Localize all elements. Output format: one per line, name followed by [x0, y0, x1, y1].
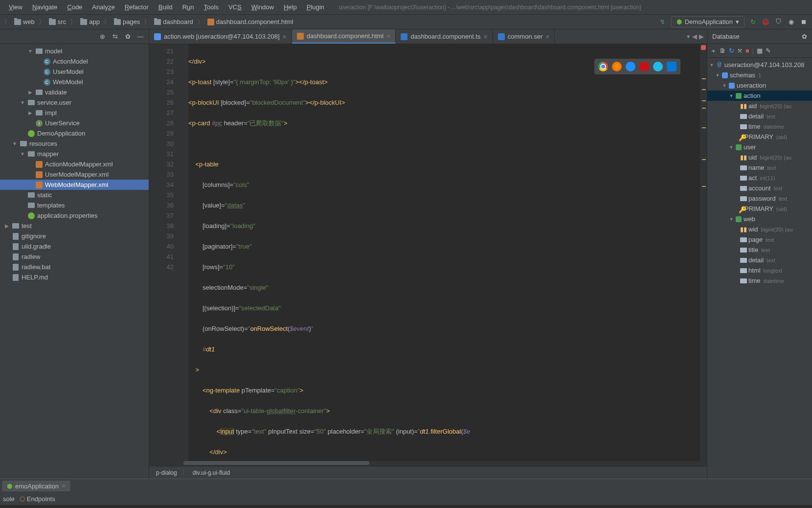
db-column-detail[interactable]: detailtext [707, 255, 812, 265]
close-icon[interactable]: × [386, 32, 390, 40]
db-column-PRIMARY[interactable]: 🔑PRIMARY(uid) [707, 204, 812, 214]
close-icon[interactable]: × [283, 33, 287, 41]
scroll-right-icon[interactable]: ▶ [699, 33, 704, 40]
tree-item-static[interactable]: static [0, 190, 149, 200]
tree-item-usermodelmapper-xml[interactable]: UserModelMapper.xml [0, 169, 149, 180]
warning-marker[interactable] [702, 108, 706, 109]
tree-item-gitignore[interactable]: gitignore [0, 231, 149, 241]
menu-vcs[interactable]: VCS [224, 1, 247, 13]
refresh-icon[interactable]: ↻ [729, 47, 734, 54]
db-table-action[interactable]: ▼action [707, 91, 812, 101]
menu-view[interactable]: View [4, 1, 27, 13]
edge-icon[interactable] [667, 62, 677, 71]
marker-bar[interactable] [700, 44, 707, 461]
console-tab[interactable]: sole [3, 495, 15, 503]
menu-tools[interactable]: Tools [199, 1, 224, 13]
db-table-user[interactable]: ▼user [707, 142, 812, 152]
stop-icon[interactable]: ⏹ [799, 18, 808, 26]
db-column-password[interactable]: passwordtext [707, 193, 812, 204]
tree-item-uild-gradle[interactable]: uild.gradle [0, 241, 149, 252]
tree-item-radlew[interactable]: radlew [0, 252, 149, 262]
collapse-icon[interactable]: ⇆ [111, 32, 119, 41]
settings-icon[interactable]: ✿ [123, 32, 132, 41]
breadcrumb-app[interactable]: app [78, 17, 102, 26]
tree-item-usermodel[interactable]: CUserModel [0, 67, 149, 77]
edit-icon[interactable]: ✎ [766, 47, 771, 54]
add-icon[interactable]: ＋ [710, 46, 717, 55]
db-column-account[interactable]: accounttext [707, 183, 812, 193]
db-column-PRIMARY[interactable]: 🔑PRIMARY(aid) [707, 132, 812, 142]
editor-tab[interactable]: common.ser× [493, 29, 555, 44]
breadcrumb-dashboard[interactable]: dashboard [152, 17, 195, 26]
hide-icon[interactable]: — [136, 32, 145, 41]
db-column-time[interactable]: timedatetime [707, 276, 812, 286]
sync-icon[interactable]: ⤲ [737, 47, 743, 54]
opera-icon[interactable] [639, 62, 649, 71]
table-icon[interactable]: ▦ [757, 47, 763, 54]
menu-plugin[interactable]: Plugin [302, 1, 329, 13]
editor-tab[interactable]: dashboard.component.html× [292, 29, 396, 44]
menu-window[interactable]: Window [247, 1, 279, 13]
db-column-uid[interactable]: ▮▮uidbigint(20) (au [707, 152, 812, 162]
db-schemas[interactable]: ▼schemas1 [707, 70, 812, 80]
dup-icon[interactable]: 🗎 [720, 47, 726, 54]
stop-icon[interactable]: ■ [745, 47, 749, 54]
warning-marker[interactable] [702, 159, 706, 160]
menu-refactor[interactable]: Refactor [120, 1, 154, 13]
project-tree[interactable]: ▼modelCActionModelCUserModelCWebModel▶va… [0, 44, 149, 479]
close-icon[interactable]: × [484, 33, 488, 41]
close-icon[interactable]: × [62, 482, 66, 490]
warning-marker[interactable] [702, 78, 706, 79]
db-schema[interactable]: ▼useraction [707, 80, 812, 91]
breadcrumb-file[interactable]: dashboard.component.html [205, 17, 295, 26]
tree-item-impl[interactable]: ▶impl [0, 108, 149, 118]
run-tab[interactable]: ⬢ emoApplication × [2, 481, 70, 491]
menu-help[interactable]: Help [279, 1, 302, 13]
breadcrumb-node[interactable]: div.ui-g.ui-fluid [193, 469, 230, 476]
menu-build[interactable]: Build [154, 1, 178, 13]
db-column-wid[interactable]: ▮▮widbigint(20) (au [707, 224, 812, 234]
console-output[interactable]: ORLD OF XPILAR hereIN NH 한국전쟁사 ceem SEA … [0, 506, 812, 508]
breadcrumb-pages[interactable]: pages [112, 17, 142, 26]
profile-icon[interactable]: ◉ [787, 18, 795, 26]
tree-item-validate[interactable]: ▶validate [0, 87, 149, 97]
editor-tab[interactable]: dashboard.component.ts× [396, 29, 493, 44]
tabs-dropdown-icon[interactable]: ▾ [687, 33, 690, 40]
tree-item-help-md[interactable]: HELP.md [0, 272, 149, 282]
scroll-left-icon[interactable]: ◀ [692, 33, 697, 40]
chrome-icon[interactable] [598, 62, 608, 71]
db-table-web[interactable]: ▼web [707, 214, 812, 224]
tree-item-resources[interactable]: ▼resources [0, 139, 149, 149]
breadcrumb-web[interactable]: web [12, 17, 37, 26]
coverage-icon[interactable]: ⛉ [774, 18, 783, 26]
endpoints-tab[interactable]: ⬡Endpoints [20, 495, 55, 503]
target-icon[interactable]: ⊕ [98, 32, 107, 41]
db-column-aid[interactable]: ▮▮aidbigint(20) (au [707, 101, 812, 111]
run-config-selector[interactable]: ⬢ DemoApplication ▾ [671, 16, 744, 27]
menu-analyze[interactable]: Analyze [87, 1, 119, 13]
db-column-name[interactable]: nametext [707, 162, 812, 173]
tree-item-userservice[interactable]: IUserService [0, 118, 149, 128]
close-icon[interactable]: × [545, 33, 549, 41]
firefox-icon[interactable] [612, 62, 622, 71]
debug-icon[interactable]: 🐞 [761, 18, 770, 26]
warning-marker[interactable] [702, 186, 706, 187]
tree-item-actionmodelmapper-xml[interactable]: ActionModelMapper.xml [0, 159, 149, 169]
warning-marker[interactable] [702, 89, 706, 90]
ie-icon[interactable] [653, 62, 663, 71]
build-icon[interactable]: ↯ [658, 18, 667, 26]
tree-item-actionmodel[interactable]: CActionModel [0, 56, 149, 67]
horizontal-scrollbar[interactable] [149, 461, 707, 466]
rerun-icon[interactable]: ↻ [748, 18, 757, 26]
warning-marker[interactable] [702, 100, 706, 101]
breadcrumb-src[interactable]: src [47, 17, 68, 26]
menu-code[interactable]: Code [62, 1, 87, 13]
safari-icon[interactable] [626, 62, 635, 71]
gear-icon[interactable]: ✿ [802, 33, 807, 40]
tree-item-application-properties[interactable]: application.properties [0, 210, 149, 221]
db-column-page[interactable]: pagetext [707, 234, 812, 245]
tree-item-test[interactable]: ▶test [0, 221, 149, 231]
menu-run[interactable]: Run [178, 1, 199, 13]
tree-item-mapper[interactable]: ▼mapper [0, 149, 149, 159]
error-marker[interactable] [701, 45, 706, 50]
